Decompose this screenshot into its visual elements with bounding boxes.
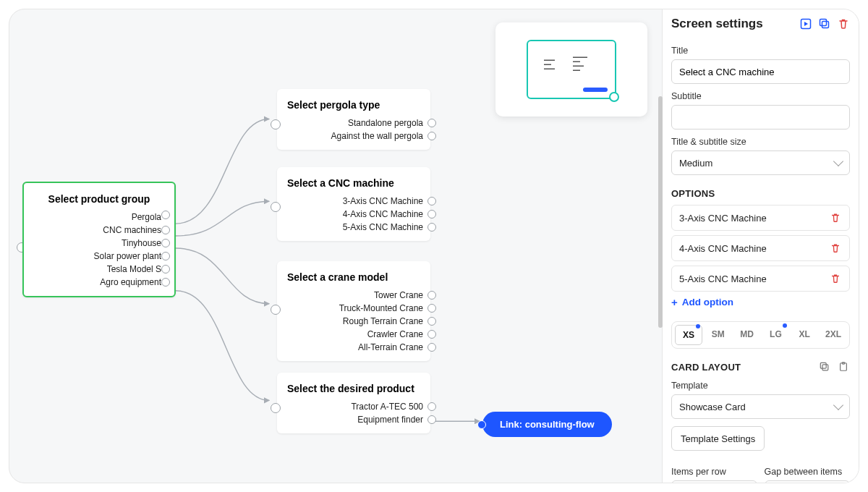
output-port[interactable] bbox=[427, 343, 436, 352]
add-option-button[interactable]: + Add option bbox=[671, 296, 850, 308]
option-row[interactable]: Pergola bbox=[34, 211, 164, 224]
output-port[interactable] bbox=[427, 210, 436, 219]
select-value: Medium bbox=[679, 158, 712, 169]
delete-icon[interactable] bbox=[837, 17, 850, 30]
option-label: 4-Axis CNC Machine bbox=[343, 209, 423, 219]
gap-select[interactable]: 3 bbox=[765, 480, 851, 483]
template-select[interactable]: Showcase Card bbox=[671, 394, 850, 419]
input-port[interactable] bbox=[271, 202, 281, 212]
option-label: Solar power plant bbox=[94, 251, 161, 261]
node-select-pergola-type[interactable]: Select pergola type Standalone pergola A… bbox=[277, 89, 430, 150]
output-port[interactable] bbox=[427, 402, 436, 411]
option-label: All-Terrain Crane bbox=[358, 342, 423, 352]
output-port[interactable] bbox=[161, 226, 170, 234]
breakpoint-tab-2xl[interactable]: 2XL bbox=[820, 325, 846, 345]
link-label: Link: consulting-flow bbox=[500, 419, 595, 430]
option-row[interactable]: Tesla Model S bbox=[34, 263, 164, 276]
option-row[interactable]: Agro equipment bbox=[34, 276, 164, 289]
output-port[interactable] bbox=[427, 291, 436, 300]
paste-layout-icon[interactable] bbox=[837, 360, 850, 373]
option-label: Tinyhouse bbox=[122, 238, 161, 248]
screen-preview-thumbnail[interactable]: ▬▬▬▬▬▬▬▬ ▬▬▬▬▬▬▬▬▬▬▬ bbox=[495, 22, 647, 116]
copy-layout-icon[interactable] bbox=[818, 360, 831, 373]
panel-scrollbar[interactable] bbox=[658, 96, 663, 328]
output-port[interactable] bbox=[161, 211, 170, 219]
node-select-crane-model[interactable]: Select a crane model Tower Crane Truck-M… bbox=[277, 261, 430, 361]
option-label: Equipment finder bbox=[357, 415, 423, 425]
option-row[interactable]: Truck-Mounted Crane bbox=[287, 302, 420, 315]
option-label: Tower Crane bbox=[374, 290, 423, 300]
subtitle-input[interactable] bbox=[671, 105, 850, 130]
option-row[interactable]: Crawler Crane bbox=[287, 328, 420, 341]
add-option-label: Add option bbox=[682, 297, 733, 308]
breakpoint-tab-xl[interactable]: XL bbox=[791, 325, 817, 345]
option-row[interactable]: 5-Axis CNC Machine bbox=[287, 221, 420, 234]
preview-selected-frame: ▬▬▬▬▬▬▬▬ ▬▬▬▬▬▬▬▬▬▬▬ bbox=[527, 40, 616, 99]
option-label: Pergola bbox=[132, 212, 161, 222]
input-port[interactable] bbox=[477, 420, 486, 429]
changed-indicator-dot bbox=[696, 324, 700, 328]
option-row[interactable]: Tinyhouse bbox=[34, 237, 164, 250]
option-row[interactable]: Tower Crane bbox=[287, 289, 420, 302]
option-row[interactable]: Solar power plant bbox=[34, 250, 164, 263]
delete-option-icon[interactable] bbox=[829, 272, 842, 285]
node-select-product-group[interactable]: Select product group Pergola CNC machine… bbox=[22, 182, 176, 297]
output-port[interactable] bbox=[427, 132, 436, 140]
output-port[interactable] bbox=[427, 317, 436, 326]
option-row[interactable]: Standalone pergola bbox=[287, 116, 420, 130]
option-item[interactable]: 4-Axis CNC Machine bbox=[671, 235, 850, 261]
output-port[interactable] bbox=[427, 330, 436, 339]
output-port[interactable] bbox=[427, 197, 436, 205]
output-port[interactable] bbox=[427, 304, 436, 313]
node-select-cnc-machine[interactable]: Select a CNC machine 3-Axis CNC Machine … bbox=[277, 167, 430, 241]
card-layout-heading: CARD LAYOUT bbox=[671, 362, 741, 373]
breakpoint-tab-sm[interactable]: SM bbox=[705, 325, 731, 345]
output-port[interactable] bbox=[161, 265, 170, 273]
option-item[interactable]: 5-Axis CNC Machine bbox=[671, 266, 850, 292]
input-port[interactable] bbox=[271, 403, 281, 413]
svg-rect-3 bbox=[822, 365, 828, 370]
node-select-desired-product[interactable]: Select the desired product Tractor A-TEC… bbox=[277, 373, 430, 433]
panel-heading: Screen settings bbox=[671, 17, 763, 31]
option-label: 5-Axis CNC Machine bbox=[343, 222, 423, 232]
option-label: Against the wall pergola bbox=[331, 131, 423, 141]
option-row[interactable]: Tractor A-TEC 500 bbox=[287, 400, 420, 413]
output-port[interactable] bbox=[427, 223, 436, 232]
option-text: 3-Axis CNC Machine bbox=[679, 213, 767, 224]
option-row[interactable]: Against the wall pergola bbox=[287, 130, 420, 143]
link-node-consulting-flow[interactable]: Link: consulting-flow bbox=[482, 412, 612, 437]
output-port[interactable] bbox=[161, 239, 170, 247]
option-label: Agro equipment bbox=[100, 277, 161, 287]
option-row[interactable]: 4-Axis CNC Machine bbox=[287, 208, 420, 221]
option-row[interactable]: All-Terrain Crane bbox=[287, 341, 420, 354]
node-title: Select pergola type bbox=[287, 99, 420, 111]
output-port[interactable] bbox=[161, 252, 170, 260]
title-input[interactable] bbox=[671, 59, 850, 84]
node-title: Select a crane model bbox=[287, 271, 420, 283]
option-row[interactable]: 3-Axis CNC Machine bbox=[287, 195, 420, 208]
option-row[interactable]: CNC machines bbox=[34, 224, 164, 237]
output-port[interactable] bbox=[427, 119, 436, 127]
option-row[interactable]: Equipment finder bbox=[287, 413, 420, 426]
breakpoint-tab-lg[interactable]: LG bbox=[762, 325, 788, 345]
preview-icon[interactable] bbox=[799, 17, 812, 30]
option-label: Tesla Model S bbox=[107, 264, 161, 274]
option-row[interactable]: Rough Terrain Crane bbox=[287, 315, 420, 328]
input-port[interactable] bbox=[271, 119, 281, 130]
duplicate-icon[interactable] bbox=[818, 17, 831, 30]
title-size-select[interactable]: Medium bbox=[671, 150, 850, 175]
items-per-row-input[interactable] bbox=[671, 480, 757, 483]
output-port[interactable] bbox=[427, 415, 436, 424]
breakpoint-tab-md[interactable]: MD bbox=[734, 325, 760, 345]
delete-option-icon[interactable] bbox=[829, 211, 842, 224]
option-item[interactable]: 3-Axis CNC Machine bbox=[671, 205, 850, 231]
breakpoint-tab-xs[interactable]: XS bbox=[675, 325, 702, 345]
template-settings-button[interactable]: Template Settings bbox=[671, 426, 765, 451]
delete-option-icon[interactable] bbox=[829, 242, 842, 255]
output-port[interactable] bbox=[161, 278, 170, 287]
flow-canvas[interactable]: ▬▬▬▬▬▬▬▬ ▬▬▬▬▬▬▬▬▬▬▬ Select pr bbox=[9, 9, 662, 483]
input-port[interactable] bbox=[271, 305, 281, 315]
subtitle-label: Subtitle bbox=[671, 91, 850, 101]
gap-label: Gap between items bbox=[765, 467, 851, 477]
chevron-down-icon bbox=[833, 156, 843, 166]
